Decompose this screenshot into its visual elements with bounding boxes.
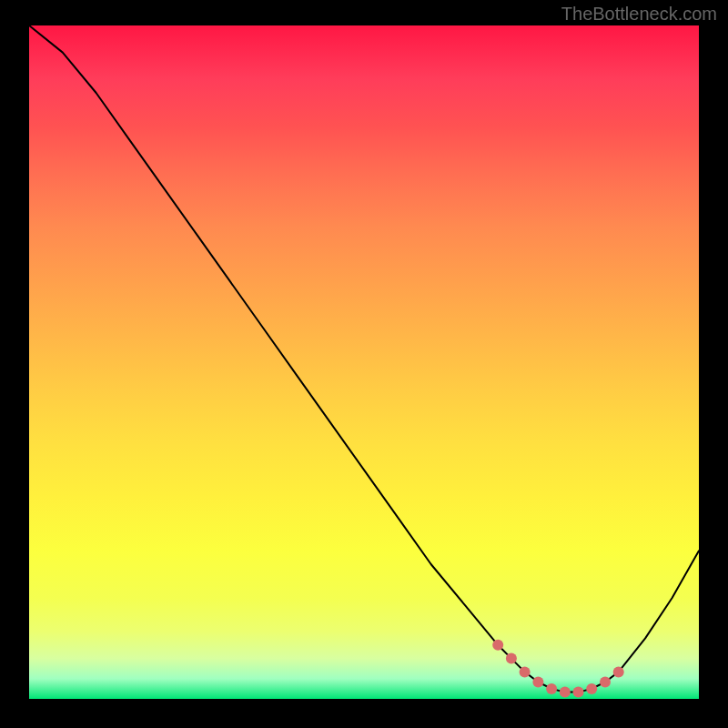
marker-dot xyxy=(546,683,557,694)
watermark-label: TheBottleneck.com xyxy=(561,4,717,25)
chart-svg xyxy=(29,25,699,699)
marker-dot xyxy=(573,687,584,698)
marker-dot xyxy=(506,653,517,664)
plot-area xyxy=(29,25,699,699)
optimal-range-markers xyxy=(492,640,624,698)
bottleneck-curve xyxy=(29,25,699,693)
marker-dot xyxy=(532,677,543,688)
marker-dot xyxy=(613,666,624,677)
marker-dot xyxy=(492,640,503,651)
marker-dot xyxy=(586,683,597,694)
marker-dot xyxy=(600,677,611,688)
marker-dot xyxy=(520,666,531,677)
marker-dot xyxy=(560,687,571,698)
